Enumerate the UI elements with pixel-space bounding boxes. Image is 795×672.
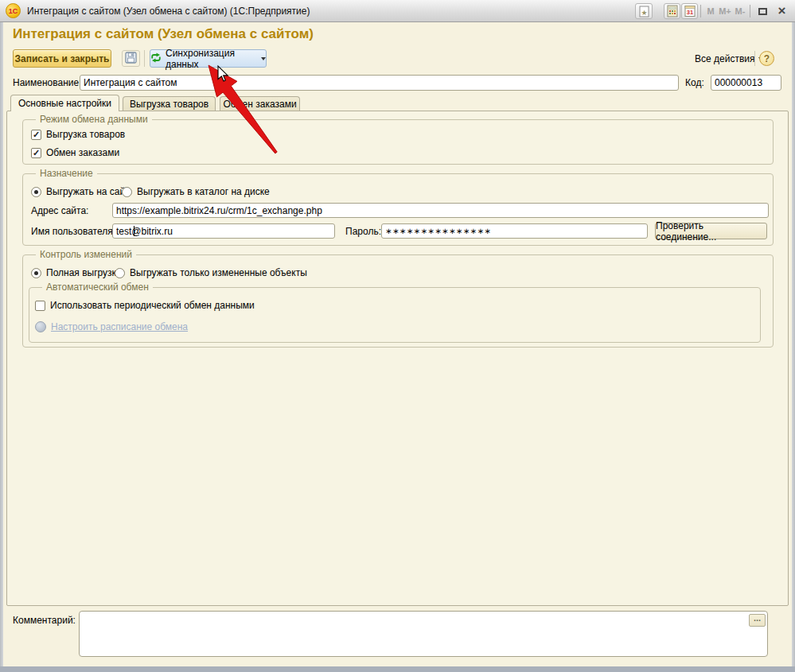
- site-address-label: Адрес сайта:: [31, 205, 88, 216]
- fieldset-legend: Режим обмена данными: [36, 114, 152, 125]
- page-title: Интеграция с сайтом (Узел обмена с сайто…: [13, 26, 618, 42]
- tab-product-upload[interactable]: Выгрузка товаров: [123, 96, 216, 111]
- sync-button-label: Синхронизация данных: [166, 48, 257, 70]
- radio-label: Полная выгрузка: [46, 267, 122, 278]
- window-right-edge: [792, 22, 795, 672]
- radio-label: Выгружать на сайт: [46, 186, 130, 197]
- radio-selected[interactable]: [31, 187, 41, 197]
- chevron-down-icon: [261, 57, 266, 60]
- check-connection-button[interactable]: Проверить соединение...: [655, 223, 767, 239]
- memory-m-minus-button[interactable]: M-: [732, 3, 748, 19]
- radio-unselected[interactable]: [122, 187, 132, 197]
- sync-icon: [150, 52, 162, 65]
- fieldset-change-control: Контроль изменений Полная выгрузка Выгру…: [22, 254, 774, 348]
- radio-label: Выгружать только измененные объекты: [130, 267, 307, 278]
- tab-label: Обмен заказами: [223, 99, 296, 110]
- fieldset-legend: Автоматический обмен: [42, 282, 153, 293]
- 1c-app-icon: 1С: [6, 3, 21, 18]
- password-label: Пароль:: [345, 226, 381, 237]
- maximize-icon: [758, 8, 767, 15]
- password-input[interactable]: ∗∗∗∗∗∗∗∗∗∗∗∗∗∗∗: [381, 223, 648, 239]
- checkbox-products-checked[interactable]: ✓: [31, 130, 41, 140]
- comment-label: Комментарий:: [13, 615, 76, 626]
- titlebar-separator: [700, 5, 701, 17]
- username-label: Имя пользователя:: [31, 226, 115, 237]
- calculator-icon[interactable]: [664, 3, 680, 19]
- toolbar-separator: [144, 50, 145, 67]
- save-icon-button[interactable]: [122, 50, 140, 67]
- radio-upload-to-site[interactable]: Выгружать на сайт: [31, 186, 130, 197]
- memory-m-plus-button[interactable]: M+: [717, 3, 733, 19]
- checkbox-orders-checked[interactable]: ✓: [31, 148, 41, 158]
- calendar-icon[interactable]: 31: [681, 3, 698, 19]
- all-actions-button[interactable]: Все действия: [695, 52, 763, 66]
- comment-more-button[interactable]: ...: [749, 614, 766, 627]
- sync-data-button[interactable]: Синхронизация данных: [150, 49, 267, 68]
- code-label: Код:: [685, 77, 704, 88]
- tab-order-exchange[interactable]: Обмен заказами: [220, 96, 300, 111]
- schedule-clock-icon: [35, 321, 46, 332]
- tab-label: Выгрузка товаров: [130, 99, 208, 110]
- radio-selected[interactable]: [31, 268, 41, 278]
- fieldset-legend: Назначение: [36, 168, 97, 179]
- periodic-exchange-option[interactable]: Использовать периодический обмен данными: [35, 300, 255, 311]
- maximize-button[interactable]: [754, 3, 771, 19]
- window-left-edge: [0, 22, 3, 672]
- help-button[interactable]: ?: [759, 51, 774, 66]
- all-actions-label: Все действия: [695, 53, 754, 64]
- fieldset-exchange-mode: Режим обмена данными ✓ Выгрузка товаров …: [22, 119, 774, 165]
- comment-textarea[interactable]: [79, 611, 768, 657]
- checkbox-label: Обмен заказами: [46, 147, 119, 158]
- window-titlebar: 1С Интеграция с сайтом (Узел обмена с са…: [0, 0, 795, 22]
- site-address-input[interactable]: https://example.bitrix24.ru/crm/1c_excha…: [112, 203, 769, 218]
- save-close-button[interactable]: Записать и закрыть: [13, 49, 111, 68]
- titlebar-separator: [750, 5, 750, 17]
- fieldset-auto-exchange: Автоматический обмен Использовать период…: [29, 287, 761, 343]
- window-title: Интеграция с сайтом (Узел обмена с сайто…: [27, 0, 310, 22]
- radio-upload-to-disk[interactable]: Выгружать в каталог на диске: [122, 186, 270, 197]
- username-input[interactable]: test@bitrix.ru: [112, 223, 335, 239]
- tab-label: Основные настройки: [18, 98, 111, 109]
- close-icon: ×: [778, 4, 786, 18]
- tab-main-settings[interactable]: Основные настройки: [10, 95, 119, 111]
- application-window: 1С Интеграция с сайтом (Узел обмена с са…: [0, 0, 795, 672]
- radio-full-upload[interactable]: Полная выгрузка: [31, 267, 122, 278]
- radio-changed-only[interactable]: Выгружать только измененные объекты: [115, 267, 307, 278]
- checkbox-label: Использовать периодический обмен данными: [50, 300, 255, 311]
- favorites-icon[interactable]: ★: [635, 3, 653, 19]
- memory-m-button[interactable]: M: [704, 3, 717, 19]
- svg-text:★: ★: [641, 8, 647, 16]
- name-input[interactable]: Интеграция с сайтом: [80, 75, 679, 91]
- save-floppy-icon: [125, 52, 137, 66]
- checkbox-label: Выгрузка товаров: [46, 129, 125, 140]
- products-upload-option[interactable]: ✓ Выгрузка товаров: [31, 129, 125, 140]
- radio-unselected[interactable]: [115, 268, 125, 278]
- schedule-link-row: Настроить расписание обмена: [35, 321, 188, 332]
- checkbox-periodic-unchecked[interactable]: [35, 301, 45, 311]
- svg-text:31: 31: [686, 9, 692, 16]
- orders-exchange-option[interactable]: ✓ Обмен заказами: [31, 147, 119, 158]
- radio-label: Выгружать в каталог на диске: [137, 186, 270, 197]
- toolbar-separator: [754, 51, 755, 66]
- fieldset-destination: Назначение Выгружать на сайт Выгружать в…: [22, 173, 774, 246]
- fieldset-legend: Контроль изменений: [36, 249, 136, 260]
- schedule-link[interactable]: Настроить расписание обмена: [51, 321, 188, 332]
- window-bottom-edge: [0, 666, 795, 672]
- text-caret: [134, 226, 134, 236]
- code-input[interactable]: 000000013: [711, 75, 781, 91]
- close-button[interactable]: ×: [774, 3, 790, 19]
- name-label: Наименование:: [13, 77, 82, 88]
